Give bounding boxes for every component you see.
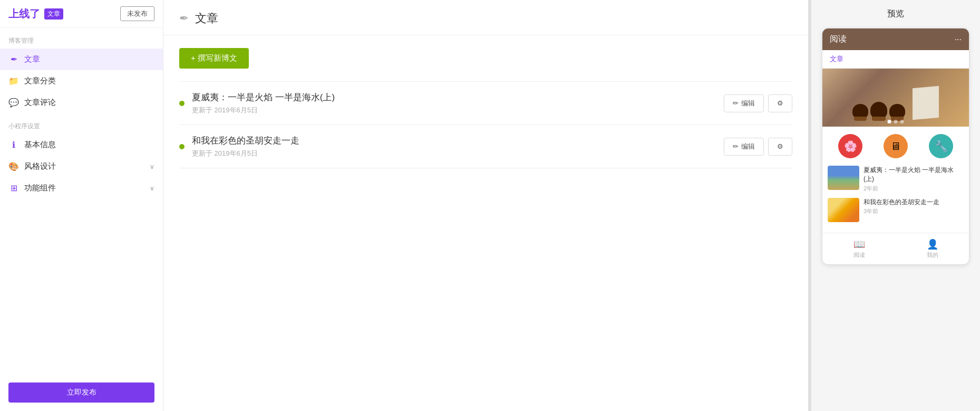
book: [913, 86, 939, 120]
publish-footer-button[interactable]: 立即发布: [8, 383, 154, 403]
list-item: 和我在彩色的圣胡安走一走 3年前: [828, 198, 964, 222]
sidebar-item-style-design[interactable]: 🎨 风格设计 ∨: [0, 156, 163, 177]
palette-icon: 🎨: [8, 161, 19, 171]
page-icon: ✒: [179, 12, 189, 25]
preview-phone: 阅读 ··· 文章 🌸 🖥: [822, 28, 969, 265]
edit-label-1: 编辑: [741, 99, 755, 108]
phone-article-time-2: 3年前: [863, 207, 964, 215]
blog-section-label: 博客管理: [0, 28, 163, 49]
sidebar-item-components[interactable]: ⊞ 功能组件 ∨: [0, 177, 163, 199]
hero-dot-1[interactable]: [888, 120, 891, 123]
sidebar-item-comments-label: 文章评论: [24, 98, 56, 108]
phone-menu-dots[interactable]: ···: [955, 35, 962, 44]
status-dot: [179, 101, 185, 106]
phone-icon-monitor[interactable]: 🖥: [884, 134, 908, 158]
chevron-down-icon-2: ∨: [150, 185, 154, 192]
info-icon: ℹ: [8, 140, 19, 150]
sidebar-item-components-label: 功能组件: [24, 183, 56, 193]
article-title: 和我在彩色的圣胡安走一走: [192, 135, 716, 147]
brand-text: 上线了: [8, 7, 40, 21]
sidebar-brand: 上线了 文章: [8, 7, 63, 21]
article-info: 夏威夷：一半是火焰 一半是海水(上) 更新于 2019年6月5日: [192, 91, 716, 115]
phone-article-title-1: 夏威夷：一半是火焰 一半是海水(上): [863, 166, 964, 184]
edit-label-2: 编辑: [741, 142, 755, 151]
comment-icon: 💬: [8, 98, 19, 108]
thumb-hawaii: [828, 166, 859, 190]
sidebar-item-articles[interactable]: ✒ 文章: [0, 49, 163, 70]
sidebar-item-categories-label: 文章分类: [24, 76, 56, 86]
thumb-color-street: [828, 198, 859, 222]
phone-tab-mine[interactable]: 👤 我的: [896, 238, 969, 259]
sidebar-header: 上线了 文章 未发布: [0, 0, 163, 28]
sidebar-item-comments[interactable]: 💬 文章评论: [0, 92, 163, 113]
phone-top-bar: 阅读 ···: [822, 28, 969, 50]
publish-status-button[interactable]: 未发布: [120, 6, 154, 21]
preview-title: 预览: [811, 0, 980, 28]
preview-panel: 预览 阅读 ··· 文章 🌸: [811, 0, 980, 411]
sidebar-item-style-design-label: 风格设计: [24, 161, 56, 171]
pencil-icon: ✏: [733, 99, 739, 107]
flower-icon: 🌸: [844, 140, 857, 152]
phone-icons: 🌸 🖥 🔧: [822, 127, 969, 166]
list-item: 夏威夷：一半是火焰 一半是海水(上) 2年前: [828, 166, 964, 193]
phone-title: 阅读: [830, 34, 847, 45]
table-row: 和我在彩色的圣胡安走一走 更新于 2019年6月5日 ✏ 编辑 ⚙: [179, 125, 792, 168]
sidebar-item-categories[interactable]: 📁 文章分类: [0, 70, 163, 92]
read-icon: 📖: [853, 238, 865, 250]
monitor-icon: 🖥: [890, 140, 901, 152]
sidebar-footer: 立即发布: [0, 374, 163, 411]
article-info: 和我在彩色的圣胡安走一走 更新于 2019年6月5日: [192, 135, 716, 158]
phone-tab-bar[interactable]: 文章: [822, 50, 969, 69]
chevron-down-icon: ∨: [150, 163, 154, 170]
gear-icon: ⚙: [777, 99, 783, 107]
sidebar-item-basic-info-label: 基本信息: [24, 140, 56, 150]
phone-tab-label: 文章: [830, 55, 843, 63]
gear-icon-2: ⚙: [777, 142, 783, 150]
hero-muffins: [852, 87, 939, 119]
table-row: 夏威夷：一半是火焰 一半是海水(上) 更新于 2019年6月5日 ✏ 编辑 ⚙: [179, 82, 792, 125]
folder-icon: 📁: [8, 76, 19, 86]
phone-article-meta-2: 和我在彩色的圣胡安走一走 3年前: [863, 198, 964, 216]
read-tab-label: 阅读: [853, 251, 865, 259]
page-title: 文章: [195, 11, 218, 26]
main-content: ✒ 文章 + 撰写新博文 夏威夷：一半是火焰 一半是海水(上) 更新于 2019…: [163, 0, 808, 411]
article-list: 夏威夷：一半是火焰 一半是海水(上) 更新于 2019年6月5日 ✏ 编辑 ⚙: [179, 81, 792, 168]
mine-tab-label: 我的: [927, 251, 938, 259]
write-new-button[interactable]: + 撰写新博文: [179, 48, 249, 69]
main-body: + 撰写新博文 夏威夷：一半是火焰 一半是海水(上) 更新于 2019年6月5日…: [163, 35, 808, 411]
phone-icon-flower[interactable]: 🌸: [838, 134, 862, 158]
edit-button-1[interactable]: ✏ 编辑: [724, 94, 764, 112]
article-date: 更新于 2019年6月5日: [192, 149, 716, 158]
grid-icon: ⊞: [8, 183, 19, 193]
wrench-icon: 🔧: [935, 140, 948, 152]
phone-hero-image: [822, 69, 969, 127]
article-icon: ✒: [8, 54, 19, 64]
article-title: 夏威夷：一半是火焰 一半是海水(上): [192, 91, 716, 103]
muffin-3: [889, 104, 905, 119]
muffin-1: [852, 104, 868, 119]
muffin-2: [870, 102, 887, 119]
phone-article-list: 夏威夷：一半是火焰 一半是海水(上) 2年前 和我在彩色的圣胡安走一走 3年前: [822, 166, 969, 233]
sidebar-item-basic-info[interactable]: ℹ 基本信息: [0, 134, 163, 156]
phone-article-time-1: 2年前: [863, 185, 964, 193]
main-header: ✒ 文章: [163, 0, 808, 35]
article-actions: ✏ 编辑 ⚙: [724, 138, 792, 156]
article-actions: ✏ 编辑 ⚙: [724, 94, 792, 112]
sidebar: 上线了 文章 未发布 博客管理 ✒ 文章 📁 文章分类 💬 文章评论 小程序设置…: [0, 0, 163, 411]
settings-button-2[interactable]: ⚙: [768, 138, 792, 156]
phone-article-title-2: 和我在彩色的圣胡安走一走: [863, 198, 964, 207]
hero-dot-2[interactable]: [894, 120, 898, 123]
phone-article-meta: 夏威夷：一半是火焰 一半是海水(上) 2年前: [863, 166, 964, 193]
phone-icon-wrench[interactable]: 🔧: [929, 134, 953, 158]
sidebar-item-articles-label: 文章: [24, 54, 40, 64]
hero-dots: [888, 120, 904, 123]
article-date: 更新于 2019年6月5日: [192, 106, 716, 115]
person-icon: 👤: [927, 238, 938, 250]
hero-dot-3[interactable]: [900, 120, 904, 123]
phone-tab-read[interactable]: 📖 阅读: [822, 238, 896, 259]
settings-button-1[interactable]: ⚙: [768, 94, 792, 112]
edit-button-2[interactable]: ✏ 编辑: [724, 138, 764, 156]
mini-section-label: 小程序设置: [0, 113, 163, 134]
pencil-icon-2: ✏: [733, 142, 739, 150]
phone-bottom-bar: 📖 阅读 👤 我的: [822, 233, 969, 264]
